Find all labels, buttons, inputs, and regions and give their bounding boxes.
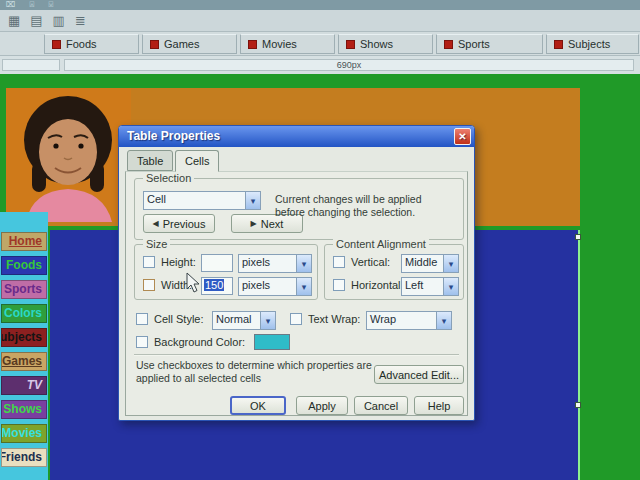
nav-tab-label: Shows bbox=[360, 38, 393, 50]
resize-handle[interactable] bbox=[575, 402, 581, 408]
selection-border bbox=[578, 230, 580, 480]
selection-dropdown[interactable]: Cell ▾ bbox=[143, 191, 261, 210]
nav-tab-label: Games bbox=[164, 38, 199, 50]
height-label: Height: bbox=[161, 256, 196, 269]
nav-tab-movies[interactable]: Movies bbox=[240, 34, 335, 54]
page-tab-row: Foods Games Movies Shows Sports Subjects bbox=[0, 32, 640, 56]
red-bullet-icon bbox=[444, 40, 453, 49]
vertical-checkbox[interactable] bbox=[333, 256, 345, 268]
apply-button[interactable]: Apply bbox=[296, 396, 348, 415]
align-middle-icon[interactable]: ▥ bbox=[53, 13, 65, 28]
horizontal-checkbox[interactable] bbox=[333, 279, 345, 291]
width-input[interactable]: 150 bbox=[201, 277, 233, 295]
background-color-swatch[interactable] bbox=[254, 334, 290, 350]
previous-label: Previous bbox=[163, 218, 206, 230]
width-unit-value: pixels bbox=[239, 278, 296, 295]
vertical-label: Vertical: bbox=[351, 256, 390, 269]
sidebar-item-shows[interactable]: Shows bbox=[1, 400, 47, 419]
sidebar-item-colors[interactable]: Colors bbox=[1, 304, 47, 323]
background-color-label: Background Color: bbox=[154, 336, 245, 349]
tab-table[interactable]: Table bbox=[127, 150, 173, 171]
selection-legend: Selection bbox=[143, 172, 194, 185]
mouse-cursor bbox=[186, 272, 201, 294]
text-wrap-label: Text Wrap: bbox=[308, 313, 360, 326]
sidebar-item-home[interactable]: Home bbox=[1, 232, 47, 251]
toolbar: ▦ ▤ ▥ ≣ bbox=[0, 10, 640, 32]
ruler-width-segment[interactable]: 690px bbox=[64, 59, 634, 71]
girl-photo[interactable] bbox=[6, 88, 131, 222]
vertical-value: Middle bbox=[402, 255, 443, 272]
advanced-edit-button[interactable]: Advanced Edit... bbox=[374, 365, 464, 384]
nav-tab-label: Foods bbox=[66, 38, 97, 50]
red-bullet-icon bbox=[346, 40, 355, 49]
page-sidebar: Home Foods Sports Colors Subjects Games … bbox=[0, 212, 48, 480]
nav-tab-label: Subjects bbox=[568, 38, 610, 50]
next-label: Next bbox=[261, 218, 284, 230]
sidebar-item-tv[interactable]: TV bbox=[1, 376, 47, 395]
nav-tab-games[interactable]: Games bbox=[142, 34, 237, 54]
background-color-checkbox[interactable] bbox=[136, 336, 148, 348]
height-input[interactable] bbox=[201, 254, 233, 272]
dialog-body: Table Cells Selection Cell ▾ ◀ Previous … bbox=[119, 147, 474, 420]
table-width-ruler: 690px bbox=[0, 56, 640, 74]
dialog-title: Table Properties bbox=[127, 129, 220, 143]
ok-label: OK bbox=[250, 400, 266, 412]
cell-style-dropdown[interactable]: Normal ▾ bbox=[212, 311, 276, 330]
height-checkbox[interactable] bbox=[143, 256, 155, 268]
width-unit-dropdown[interactable]: pixels ▾ bbox=[238, 277, 312, 296]
vertical-dropdown[interactable]: Middle ▾ bbox=[401, 254, 459, 273]
apply-label: Apply bbox=[308, 400, 336, 412]
nav-tab-foods[interactable]: Foods bbox=[44, 34, 139, 54]
sidebar-item-movies[interactable]: Movies bbox=[1, 424, 47, 443]
height-unit-value: pixels bbox=[239, 255, 296, 272]
chevron-down-icon[interactable]: ▾ bbox=[443, 255, 458, 272]
footer-note: Use checkboxes to determine which proper… bbox=[136, 359, 376, 385]
align-top-icon[interactable]: ▤ bbox=[30, 13, 42, 28]
cancel-label: Cancel bbox=[364, 400, 398, 412]
table-grid-icon[interactable]: ▦ bbox=[8, 13, 20, 28]
nav-tab-sports[interactable]: Sports bbox=[436, 34, 543, 54]
cells-tab-panel: Selection Cell ▾ ◀ Previous ▶ Next Curre… bbox=[125, 171, 468, 416]
dialog-titlebar[interactable]: Table Properties ✕ bbox=[119, 126, 474, 147]
tab-cells[interactable]: Cells bbox=[175, 150, 219, 172]
sidebar-item-sports[interactable]: Sports bbox=[1, 280, 47, 299]
sidebar-item-foods[interactable]: Foods bbox=[1, 256, 47, 275]
ruler-left-segment bbox=[2, 59, 60, 71]
text-wrap-checkbox[interactable] bbox=[290, 313, 302, 325]
text-wrap-dropdown[interactable]: Wrap ▾ bbox=[366, 311, 452, 330]
help-button[interactable]: Help bbox=[414, 396, 464, 415]
nav-tab-label: Movies bbox=[262, 38, 297, 50]
chevron-down-icon[interactable]: ▾ bbox=[260, 312, 275, 329]
chevron-down-icon[interactable]: ▾ bbox=[296, 278, 311, 295]
width-checkbox[interactable] bbox=[143, 279, 155, 291]
ok-button[interactable]: OK bbox=[230, 396, 286, 415]
ruler-width-label: 690px bbox=[337, 60, 362, 70]
sidebar-item-games[interactable]: Games bbox=[1, 352, 47, 371]
close-icon[interactable]: ✕ bbox=[454, 128, 471, 145]
size-group: Size Height: pixels ▾ Width: 150 pixels … bbox=[134, 244, 318, 300]
chevron-down-icon[interactable]: ▾ bbox=[443, 278, 458, 295]
chevron-down-icon[interactable]: ▾ bbox=[296, 255, 311, 272]
selection-value: Cell bbox=[144, 192, 245, 209]
align-bottom-icon[interactable]: ≣ bbox=[75, 13, 86, 28]
text-wrap-value: Wrap bbox=[367, 312, 436, 329]
nav-tab-shows[interactable]: Shows bbox=[338, 34, 433, 54]
nav-tab-subjects[interactable]: Subjects bbox=[546, 34, 639, 54]
resize-handle[interactable] bbox=[575, 234, 581, 240]
titlebar-strip: ⌧ ⍓ ⍌ bbox=[0, 0, 640, 10]
sidebar-item-subjects[interactable]: Subjects bbox=[1, 328, 47, 347]
sidebar-item-friends[interactable]: Friends bbox=[1, 448, 47, 467]
cell-style-value: Normal bbox=[213, 312, 260, 329]
separator bbox=[134, 354, 459, 356]
width-value: 150 bbox=[204, 279, 224, 291]
chevron-down-icon[interactable]: ▾ bbox=[245, 192, 260, 209]
chevron-down-icon[interactable]: ▾ bbox=[436, 312, 451, 329]
content-alignment-group: Content Alignment Vertical: Middle ▾ Hor… bbox=[324, 244, 464, 300]
red-bullet-icon bbox=[52, 40, 61, 49]
height-unit-dropdown[interactable]: pixels ▾ bbox=[238, 254, 312, 273]
cell-style-checkbox[interactable] bbox=[136, 313, 148, 325]
previous-button[interactable]: ◀ Previous bbox=[143, 214, 215, 233]
cancel-button[interactable]: Cancel bbox=[354, 396, 408, 415]
previous-arrow-icon: ◀ bbox=[153, 219, 159, 228]
horizontal-dropdown[interactable]: Left ▾ bbox=[401, 277, 459, 296]
